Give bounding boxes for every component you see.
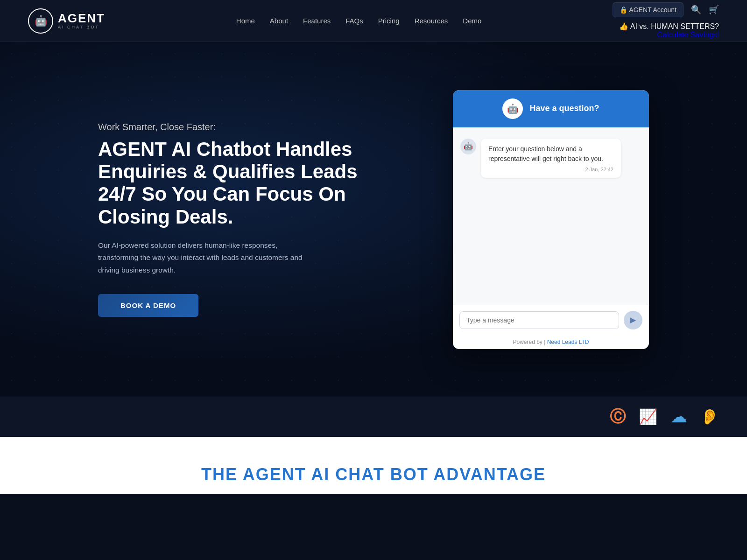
hero-title: AGENT AI Chatbot Handles Enquiries & Qua…: [98, 138, 359, 228]
promo-bar: 👍 AI vs. HUMAN SETTERS? Calculate Saving…: [619, 22, 719, 39]
bot-icon: 🤖: [464, 142, 473, 151]
search-button[interactable]: 🔍: [691, 5, 701, 15]
logo-sub: AI CHAT BOT: [58, 25, 105, 30]
chat-message-input[interactable]: [459, 311, 619, 329]
nav-features[interactable]: Features: [303, 17, 331, 25]
logo-name: AGENT: [58, 12, 105, 25]
logo[interactable]: 🤖 AGENT AI CHAT BOT: [28, 8, 105, 34]
cart-button[interactable]: 🛒: [709, 5, 719, 15]
chat-header-avatar: 🤖: [502, 98, 523, 119]
listen-icon: 👂: [700, 408, 719, 426]
hero-section: Work Smarter, Close Faster: AGENT AI Cha…: [0, 42, 747, 397]
nav-faqs[interactable]: FAQs: [345, 17, 363, 25]
salesforce-icon: ☁: [670, 407, 687, 427]
logo-text: AGENT AI CHAT BOT: [58, 12, 105, 29]
nav-resources[interactable]: Resources: [415, 17, 448, 25]
hubspot-icon: Ⓒ: [610, 406, 626, 427]
chat-body: 🤖 Enter your question below and a repres…: [453, 127, 649, 305]
nav-demo[interactable]: Demo: [463, 17, 481, 25]
nav-about[interactable]: About: [270, 17, 288, 25]
integrations-bar: Ⓒ 📈 ☁ 👂: [0, 397, 747, 437]
chat-header-title: Have a question?: [529, 104, 599, 113]
hero-inner: Work Smarter, Close Faster: AGENT AI Cha…: [70, 90, 677, 349]
account-link[interactable]: 🔒 AGENT Account: [613, 2, 684, 17]
powered-by-link[interactable]: Need Leads LTD: [547, 339, 589, 345]
bottom-section: THE AGENT AI CHAT BOT ADVANTAGE: [0, 437, 747, 494]
send-icon: ▶: [630, 315, 636, 324]
chat-bot-icon: 🤖: [507, 103, 519, 114]
chat-bubble: Enter your question below and a represen…: [481, 139, 621, 178]
chart-up-icon: 📈: [639, 408, 657, 426]
chat-widget: 🤖 Have a question? 🤖 Enter your question…: [453, 90, 649, 349]
bottom-title: THE AGENT AI CHAT BOT ADVANTAGE: [28, 465, 719, 484]
chat-input-row: ▶: [453, 305, 649, 335]
logo-icon: 🤖: [28, 8, 53, 34]
nav-links: Home About Features FAQs Pricing Resourc…: [236, 17, 482, 25]
hero-subtitle: Work Smarter, Close Faster:: [98, 122, 359, 133]
powered-by-text: Powered by |: [513, 339, 545, 345]
nav-main-right: 🔒 AGENT Account 🔍 🛒: [613, 2, 719, 17]
chat-message-text: Enter your question below and a represen…: [488, 144, 613, 164]
hero-desc: Our AI-powered solution delivers human-l…: [98, 239, 313, 276]
navbar: 🤖 AGENT AI CHAT BOT Home About Features …: [0, 0, 747, 42]
chat-message-row: 🤖 Enter your question below and a repres…: [460, 139, 641, 178]
chat-header: 🤖 Have a question?: [453, 90, 649, 127]
hero-left: Work Smarter, Close Faster: AGENT AI Cha…: [98, 122, 359, 317]
promo-text: 👍 AI vs. HUMAN SETTERS?: [619, 22, 719, 31]
nav-right: 🔒 AGENT Account 🔍 🛒 👍 AI vs. HUMAN SETTE…: [613, 2, 719, 39]
nav-pricing[interactable]: Pricing: [378, 17, 400, 25]
chat-powered: Powered by | Need Leads LTD: [453, 335, 649, 349]
chat-send-button[interactable]: ▶: [624, 311, 642, 329]
nav-home[interactable]: Home: [236, 17, 255, 25]
book-demo-button[interactable]: Book A Demo: [98, 294, 198, 317]
promo-link[interactable]: Calculate Savings!: [657, 31, 719, 39]
bot-avatar-small: 🤖: [460, 139, 476, 154]
chat-message-time: 2 Jan, 22:42: [488, 167, 613, 172]
